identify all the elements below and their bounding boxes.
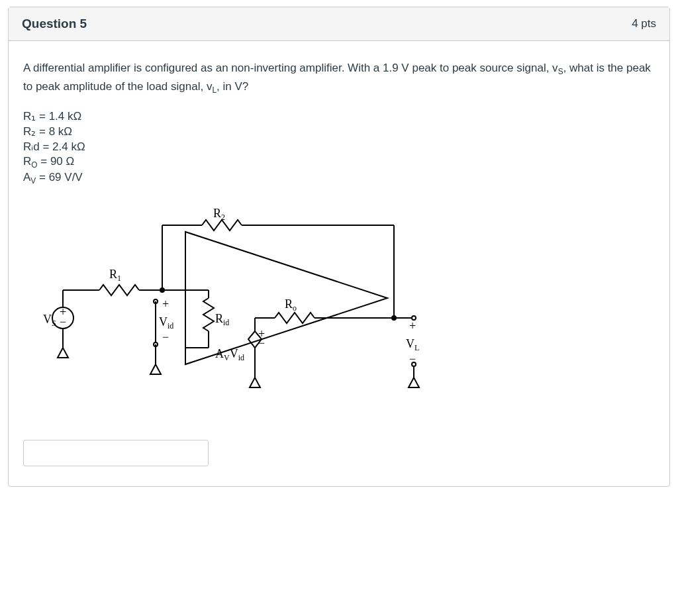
param-r1: R₁ = 1.4 kΩ [23, 109, 655, 123]
label-ro: Ro [285, 297, 297, 313]
vl-minus: − [409, 352, 416, 366]
label-vs: VS [43, 313, 56, 328]
question-prompt: A differential amplifier is configured a… [23, 60, 655, 97]
prompt-part1: A differential amplifier is configured a… [23, 62, 558, 74]
circuit-diagram: VS + − R1 R2 + Vid − Rid Ro AVVid + − [23, 192, 655, 413]
label-avvid: AVVid [215, 347, 244, 362]
question-header: Question 5 4 pts [9, 7, 669, 41]
vid-plus: + [162, 297, 169, 311]
param-av: AV = 69 V/V [23, 171, 655, 185]
param-ro: RO = 90 Ω [23, 155, 655, 170]
label-r1: R1 [109, 268, 121, 283]
question-title: Question 5 [22, 17, 87, 31]
avvid-minus: − [258, 336, 265, 350]
question-body: A differential amplifier is configured a… [9, 41, 669, 486]
vl-plus: + [409, 319, 416, 333]
label-r2: R2 [213, 207, 225, 222]
prompt-part3: , in V? [217, 80, 248, 93]
parameter-list: R₁ = 1.4 kΩ R₂ = 8 kΩ Rᵢd = 2.4 kΩ RO = … [23, 109, 655, 186]
vid-minus: − [162, 331, 169, 344]
label-vl: VL [406, 337, 419, 352]
param-r2: R₂ = 8 kΩ [23, 125, 655, 138]
question-card: Question 5 4 pts A differential amplifie… [8, 7, 670, 487]
vs-minus: − [60, 315, 66, 329]
label-rid: Rid [215, 312, 229, 327]
answer-input[interactable] [23, 440, 209, 466]
question-points: 4 pts [632, 17, 656, 30]
prompt-sub1: S [558, 67, 563, 76]
label-vid: Vid [159, 315, 173, 331]
param-rid: Rᵢd = 2.4 kΩ [23, 140, 655, 154]
